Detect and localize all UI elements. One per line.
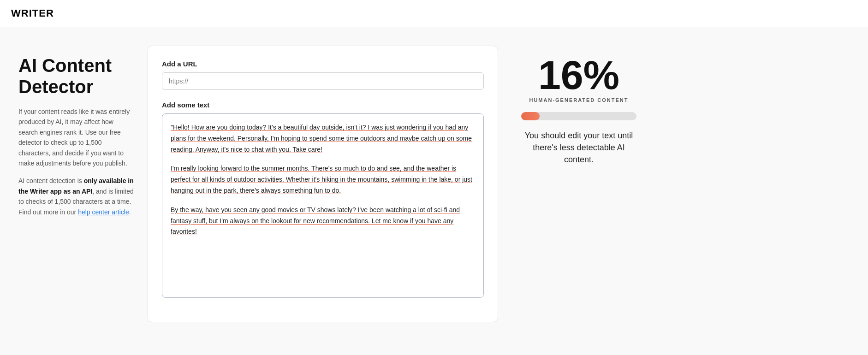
main-layout: AI Content Detector If your content read…: [0, 27, 868, 341]
result-message: You should edit your text until there's …: [521, 130, 636, 166]
left-panel: AI Content Detector If your content read…: [9, 46, 148, 234]
percentage-display: 16%: [521, 55, 636, 95]
text-label: Add some text: [162, 101, 484, 109]
text-area[interactable]: "Hello! How are you doing today? It's a …: [162, 113, 484, 298]
content-label: HUMAN-GENERATED CONTENT: [521, 97, 636, 103]
url-label: Add a URL: [162, 60, 484, 68]
text-paragraph-1: "Hello! How are you doing today? It's a …: [171, 122, 475, 155]
text-paragraph-3: By the way, have you seen any good movie…: [171, 205, 475, 237]
app-logo: WRITER: [11, 7, 857, 19]
help-center-link[interactable]: help center article: [78, 208, 129, 216]
description-1: If your content reads like it was entire…: [18, 106, 134, 168]
right-panel: 16% HUMAN-GENERATED CONTENT You should e…: [498, 46, 646, 175]
center-panel: Add a URL Add some text "Hello! How are …: [148, 46, 498, 322]
page-title: AI Content Detector: [18, 55, 134, 97]
app-header: WRITER: [0, 0, 868, 27]
progress-bar-container: [521, 112, 636, 120]
progress-bar-fill: [521, 112, 540, 120]
url-input[interactable]: [162, 72, 484, 90]
text-paragraph-2: I'm really looking forward to the summer…: [171, 163, 475, 196]
description-2: AI content detection is only available i…: [18, 176, 134, 217]
